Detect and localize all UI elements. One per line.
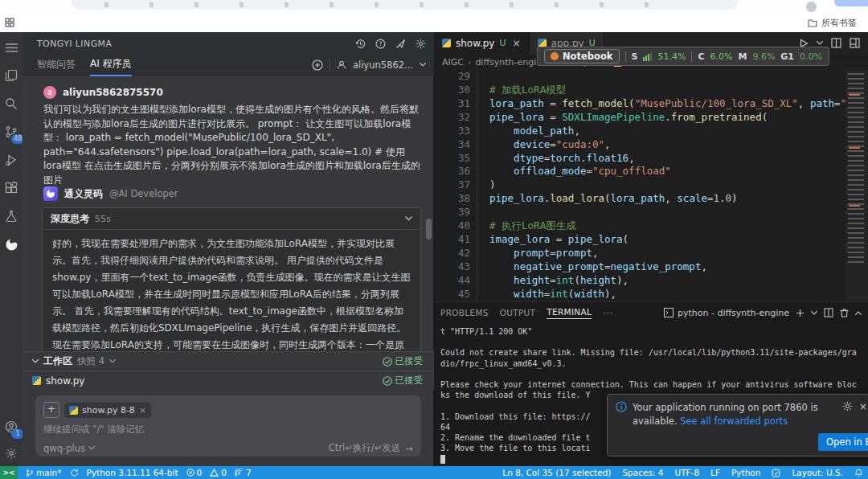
forwarded-ports-link[interactable]: See all forwarded ports: [680, 416, 788, 427]
tab-output[interactable]: OUTPUT: [500, 308, 536, 317]
remote-indicator[interactable]: ><: [0, 466, 18, 479]
toast-gear-icon[interactable]: [842, 401, 853, 428]
tab-terminal[interactable]: TERMINAL: [547, 307, 592, 319]
code-line[interactable]: 29: [434, 70, 845, 84]
warnings-item[interactable]: 0: [210, 468, 227, 477]
sync-icon[interactable]: [70, 469, 79, 477]
indentation-item[interactable]: Spaces: 4: [622, 468, 663, 477]
workspace-row[interactable]: 工作区 快照 4 已接受: [23, 351, 434, 371]
apps-grid-icon[interactable]: [5, 18, 14, 27]
layout-icon[interactable]: [850, 38, 860, 48]
tab-ai-developer[interactable]: AI 程序员: [90, 54, 132, 76]
code-line[interactable]: 32pipe_lora = SDXLImagePipeline.from_pre…: [434, 111, 845, 125]
chevron-down-icon[interactable]: [109, 359, 116, 363]
code-line[interactable]: 39: [434, 206, 845, 219]
git-branch-item[interactable]: main*: [26, 468, 62, 477]
panel-settings-icon[interactable]: [416, 39, 426, 49]
test-flask-icon[interactable]: [3, 208, 19, 224]
feedback-icon[interactable]: [395, 39, 406, 49]
browser-avatar[interactable]: [806, 2, 817, 12]
open-in-browser-button[interactable]: Open in Browser: [818, 433, 868, 451]
run-chevron-icon[interactable]: [817, 41, 823, 45]
split-editor-icon[interactable]: [831, 38, 841, 48]
new-chat-icon[interactable]: [312, 59, 323, 71]
explorer-icon[interactable]: [3, 68, 19, 84]
tab-qa[interactable]: 智能问答: [37, 55, 76, 76]
chevron-down-icon[interactable]: [32, 359, 39, 363]
lingma-icon[interactable]: [3, 236, 19, 252]
search-icon[interactable]: [3, 96, 19, 112]
terminal-chevron-icon[interactable]: [811, 311, 817, 315]
settings-gear-icon[interactable]: [3, 445, 19, 461]
notebook-chip[interactable]: Notebook: [544, 49, 620, 63]
keyboard-layout-item[interactable]: Layout: U.S.: [792, 468, 843, 477]
code-line[interactable]: 35 dtype=torch.float16,: [434, 152, 845, 166]
errors-item[interactable]: 0: [186, 468, 203, 477]
breadcrumb-item[interactable]: AIGC: [442, 57, 464, 68]
chip-close-icon[interactable]: ×: [139, 405, 146, 416]
code-line[interactable]: 45 width=int(width),: [434, 288, 845, 301]
language-status-icon[interactable]: [772, 469, 780, 477]
more-tabs-icon[interactable]: ···: [603, 308, 614, 318]
send-arrow-icon[interactable]: →: [405, 443, 413, 454]
language-item[interactable]: Python: [731, 468, 760, 477]
extensions-icon[interactable]: [3, 180, 19, 196]
tab-problems[interactable]: PROBLEMS: [440, 308, 489, 317]
model-picker[interactable]: qwq-plus: [43, 443, 95, 454]
activity-bottom: 1: [3, 419, 19, 461]
code-token: ,: [592, 247, 599, 259]
code-line[interactable]: 43 negative_prompt=negative_prompt,: [434, 260, 845, 274]
code-line[interactable]: 40# 执行LoRA图生成: [434, 219, 845, 233]
workspace-file-row[interactable]: show.py 已接受: [23, 371, 434, 390]
run-debug-icon[interactable]: [3, 152, 19, 168]
deep-think-header[interactable]: 深度思考 55s: [43, 208, 420, 230]
chat-input-placeholder[interactable]: 继续提问或 "/" 清除记忆: [43, 424, 413, 436]
code-line[interactable]: 44 height=int(height),: [434, 274, 845, 288]
code-line[interactable]: 41image_lora = pipe_lora(: [434, 233, 845, 247]
code-token: pipe_lora: [489, 111, 544, 123]
code-line[interactable]: 42 prompt=prompt,: [434, 247, 845, 260]
context-chip[interactable]: show.py 8-8 ×: [64, 403, 151, 418]
collapse-chevron-icon[interactable]: [405, 216, 412, 221]
code-line[interactable]: 31lora_path = fetch_model("MusePublic/10…: [434, 97, 845, 111]
chat-input-box[interactable]: + show.py 8-8 × 继续提问或 "/" 清除记忆 qwq-plus …: [35, 395, 421, 456]
code-token: ),: [616, 274, 628, 286]
panel-collapse-icon[interactable]: [855, 311, 862, 315]
chat-scrollbar[interactable]: [426, 219, 432, 240]
menu-icon[interactable]: [3, 39, 19, 55]
close-icon[interactable]: ×: [513, 38, 521, 49]
forwarded-ports-item[interactable]: 7: [235, 468, 252, 477]
split-terminal-icon[interactable]: [824, 308, 833, 317]
all-bookmarks[interactable]: 所有书签: [808, 17, 857, 29]
browser-profile-button[interactable]: [834, 0, 868, 6]
notifications-bell-icon[interactable]: [854, 469, 863, 477]
python-version-item[interactable]: Python 3.11.11 64-bit: [87, 468, 178, 477]
terminal-session[interactable]: python - diffsynth-engine: [664, 308, 789, 318]
code-token: prompt: [514, 247, 550, 259]
code-token: pipe_lora: [489, 192, 544, 204]
code-line[interactable]: 34 device="cuda:0",: [434, 138, 845, 152]
divider: [625, 51, 626, 62]
code-line[interactable]: 36 offload_mode="cpu_offload": [434, 165, 845, 178]
account-icon[interactable]: 1: [3, 419, 19, 435]
code-line[interactable]: 37): [434, 178, 845, 192]
tab-show-py[interactable]: show.py U ×: [434, 32, 530, 54]
minimap[interactable]: [845, 70, 868, 301]
chevron-down-icon[interactable]: [420, 63, 426, 67]
encoding-item[interactable]: UTF-8: [674, 468, 699, 477]
snapshot-label[interactable]: 快照 4: [77, 355, 104, 367]
toast-close-icon[interactable]: ×: [859, 401, 867, 428]
code-line[interactable]: 33 model_path,: [434, 125, 845, 138]
help-icon[interactable]: ?: [375, 39, 386, 49]
code-line[interactable]: 30# 加载LoRA模型: [434, 84, 845, 97]
source-control-icon[interactable]: 48: [3, 124, 19, 140]
new-terminal-icon[interactable]: [796, 309, 805, 317]
cursor-position-item[interactable]: Ln 8, Col 35 (17 selected): [502, 468, 611, 477]
kill-terminal-icon[interactable]: [840, 308, 849, 317]
account-name[interactable]: aliyun5862...: [353, 59, 413, 71]
eol-item[interactable]: LF: [710, 468, 720, 477]
history-icon[interactable]: [355, 39, 366, 49]
add-context-button[interactable]: +: [43, 402, 59, 418]
code-line[interactable]: 38pipe_lora.load_lora(lora_path, scale=1…: [434, 192, 845, 206]
code-lines[interactable]: 2930# 加载LoRA模型31lora_path = fetch_model(…: [434, 70, 845, 301]
